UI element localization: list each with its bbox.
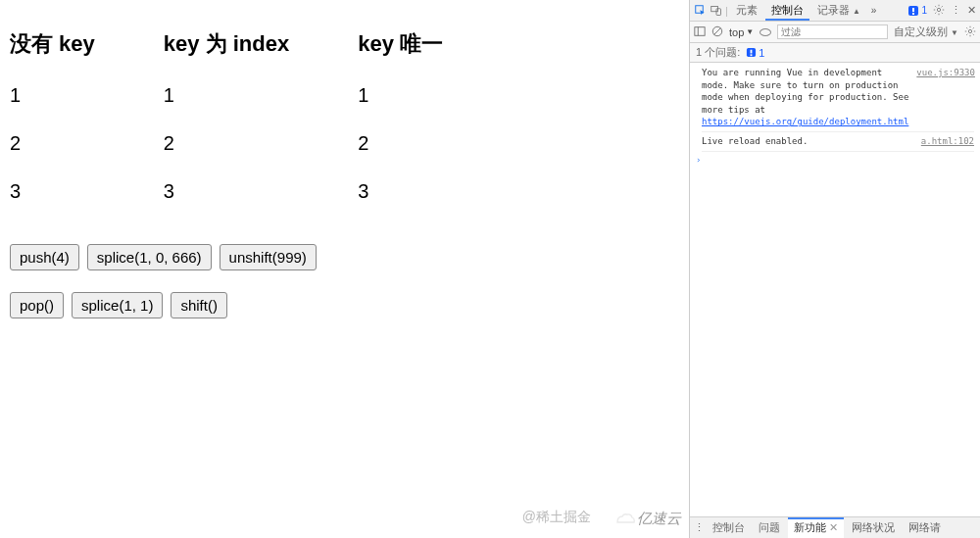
tabs-overflow-icon[interactable]: »	[868, 5, 880, 16]
device-toggle-icon[interactable]	[710, 4, 723, 18]
splice-remove-button[interactable]: splice(1, 1)	[72, 292, 163, 318]
watermark-yisu: 亿速云	[613, 510, 681, 528]
more-menu-icon[interactable]: ⋮	[951, 4, 961, 17]
column-title: 没有 key	[10, 29, 95, 59]
drawer-tab-whatsnew[interactable]: 新功能✕	[788, 517, 844, 538]
devtools-top-tabs: | 元素 控制台 记录器 ▲ » 1 ⋮ ✕	[690, 0, 980, 22]
svg-point-6	[937, 8, 940, 11]
issues-count-badge: 1	[746, 47, 764, 59]
pop-button[interactable]: pop()	[10, 292, 64, 318]
svg-rect-13	[751, 50, 753, 54]
console-message: You are running Vue in development mode.…	[702, 67, 908, 128]
console-prompt-icon: ›	[696, 155, 968, 165]
list-item: 2	[358, 132, 443, 155]
close-icon[interactable]: ✕	[967, 4, 976, 17]
drawer-tab-console[interactable]: 控制台	[707, 517, 751, 538]
svg-line-10	[714, 27, 721, 34]
list-item: 3	[10, 180, 95, 203]
column-title: key 为 index	[164, 29, 289, 59]
svg-rect-7	[695, 26, 705, 35]
settings-icon[interactable]	[933, 4, 945, 18]
console-settings-icon[interactable]	[964, 25, 976, 39]
list-item: 1	[358, 84, 443, 107]
svg-point-11	[968, 29, 971, 32]
list-item: 3	[358, 180, 443, 203]
drawer-menu-icon[interactable]: ⋮	[694, 521, 705, 534]
sidebar-toggle-icon[interactable]	[694, 25, 706, 39]
list-item: 1	[10, 84, 95, 107]
column-index-key: key 为 index 1 2 3	[164, 12, 289, 228]
devtools-panel: | 元素 控制台 记录器 ▲ » 1 ⋮ ✕ top ▼ 自定义级别 ▼	[689, 0, 980, 538]
console-output[interactable]: You are running Vue in development mode.…	[690, 63, 980, 516]
watermark-juejin: @稀土掘金	[522, 509, 591, 526]
clear-console-icon[interactable]	[711, 25, 723, 39]
issues-label: 1 个问题:	[696, 45, 740, 60]
column-unique-key: key 唯一 1 2 3	[358, 12, 443, 228]
tab-elements[interactable]: 元素	[730, 0, 763, 21]
button-row-add: push(4) splice(1, 0, 666) unshift(999)	[10, 244, 679, 270]
unshift-button[interactable]: unshift(999)	[220, 244, 317, 270]
svg-rect-4	[912, 8, 914, 12]
issues-bar[interactable]: 1 个问题: 1	[690, 43, 980, 63]
drawer-tab-issues[interactable]: 问题	[753, 517, 786, 538]
context-selector[interactable]: top ▼	[729, 26, 754, 38]
tab-console[interactable]: 控制台	[765, 0, 809, 21]
drawer-tab-network-conditions[interactable]: 网络状况	[846, 517, 901, 538]
splice-insert-button[interactable]: splice(1, 0, 666)	[87, 244, 212, 270]
svg-rect-5	[912, 13, 914, 15]
svg-rect-14	[751, 54, 753, 56]
page-area: 没有 key 1 2 3 key 为 index 1 2 3 key 唯一 1 …	[0, 0, 689, 538]
shift-button[interactable]: shift()	[171, 292, 227, 318]
console-line: Live reload enabled. a.html:102	[702, 135, 974, 148]
console-link[interactable]: https://vuejs.org/guide/deployment.html	[702, 117, 908, 126]
devtools-drawer-tabs: ⋮ 控制台 问题 新功能✕ 网络状况 网络请	[690, 516, 980, 538]
button-row-remove: pop() splice(1, 1) shift()	[10, 292, 679, 318]
issues-badge[interactable]: 1	[907, 5, 927, 17]
close-tab-icon[interactable]: ✕	[829, 521, 838, 533]
inspect-icon[interactable]	[694, 4, 708, 18]
console-source-link[interactable]: vue.js:9330	[916, 67, 975, 128]
column-title: key 唯一	[358, 29, 443, 59]
tab-recorder[interactable]: 记录器 ▲	[811, 0, 866, 21]
list-item: 2	[164, 132, 289, 155]
columns: 没有 key 1 2 3 key 为 index 1 2 3 key 唯一 1 …	[10, 12, 679, 228]
console-toolbar: top ▼ 自定义级别 ▼	[690, 22, 980, 43]
live-expression-icon[interactable]	[760, 28, 771, 36]
console-source-link[interactable]: a.html:102	[921, 135, 974, 148]
push-button[interactable]: push(4)	[10, 244, 79, 270]
list-item: 1	[164, 84, 289, 107]
list-item: 3	[164, 180, 289, 203]
console-message: Live reload enabled.	[702, 135, 913, 148]
log-level-selector[interactable]: 自定义级别 ▼	[894, 24, 958, 39]
console-line: You are running Vue in development mode.…	[702, 67, 974, 128]
filter-input[interactable]	[777, 24, 888, 39]
column-no-key: 没有 key 1 2 3	[10, 12, 95, 228]
list-item: 2	[10, 132, 95, 155]
drawer-tab-network-request[interactable]: 网络请	[903, 517, 947, 538]
